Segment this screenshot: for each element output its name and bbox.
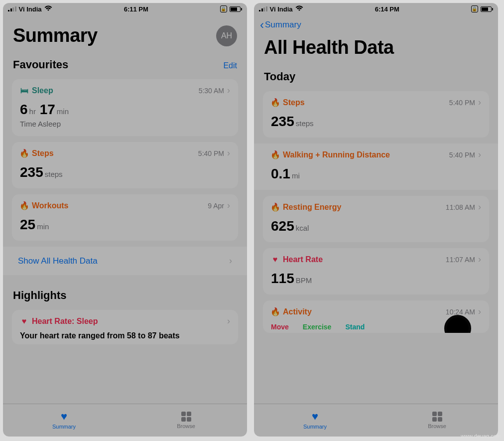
chevron-right-icon: ›: [478, 149, 481, 160]
steps-value: 235steps: [271, 114, 481, 130]
card-title-text: Steps: [283, 98, 305, 107]
card-workouts[interactable]: 🔥Workouts 9 Apr› 25min: [12, 194, 238, 241]
chevron-right-icon: ›: [478, 254, 481, 265]
flame-icon: 🔥: [271, 202, 279, 212]
heart-rate-value: 115BPM: [271, 271, 481, 287]
sleep-value: 6hr 17min: [20, 102, 230, 118]
card-heart-rate[interactable]: ♥Heart Rate 11:07 AM› 115BPM: [263, 248, 489, 294]
carrier-label: Vi India: [270, 5, 293, 13]
heart-icon: ♥: [312, 411, 318, 422]
card-time: 11:07 AM: [446, 256, 475, 264]
show-all-health-data-button[interactable]: Show All Health Data ›: [3, 247, 247, 275]
wifi-icon: [295, 5, 303, 13]
card-time: 9 Apr: [208, 202, 224, 210]
card-title-text: Workouts: [32, 201, 68, 210]
highlight-text: Your heart rate ranged from 58 to 87 bea…: [20, 331, 230, 340]
flame-icon: 🔥: [20, 148, 28, 158]
card-title-text: Heart Rate: [283, 255, 323, 264]
tab-bar: ♥ Summary Browse: [254, 404, 498, 437]
status-time: 6:11 PM: [124, 5, 148, 13]
carrier-label: Vi India: [19, 5, 42, 13]
tab-browse[interactable]: Browse: [125, 404, 247, 437]
card-resting-energy[interactable]: 🔥Resting Energy 11:08 AM› 625kcal: [263, 196, 489, 242]
activity-exercise: Exercise: [303, 323, 332, 331]
battery-icon: [481, 6, 493, 12]
back-button[interactable]: ‹ Summary: [254, 14, 498, 31]
tab-bar: ♥ Summary Browse: [3, 404, 247, 437]
chevron-right-icon: ›: [227, 148, 230, 158]
card-time: 10:24 AM: [446, 308, 475, 316]
grid-icon: [181, 412, 191, 422]
heart-icon: ♥: [20, 317, 28, 326]
status-bar: Vi India 6:11 PM 🔒: [3, 3, 247, 14]
card-steps[interactable]: 🔥Steps 5:40 PM› 235steps: [12, 142, 238, 188]
heart-icon: ♥: [271, 255, 279, 264]
card-sleep[interactable]: 🛏Sleep 5:30 AM› 6hr 17min Time Asleep: [12, 79, 238, 136]
card-title-text: Sleep: [32, 86, 53, 95]
activity-stand: Stand: [345, 323, 365, 331]
card-heart-rate-sleep[interactable]: ♥Heart Rate: Sleep › Your heart rate ran…: [12, 310, 238, 344]
grid-icon: [432, 412, 442, 422]
back-label: Summary: [265, 20, 301, 30]
chevron-right-icon: ›: [227, 316, 230, 326]
tab-summary[interactable]: ♥ Summary: [3, 404, 125, 437]
tab-label: Summary: [303, 424, 327, 430]
rotation-lock-icon: 🔒: [220, 5, 227, 12]
card-title-text: Steps: [32, 149, 54, 158]
signal-icon: [8, 6, 16, 11]
phone-right: Vi India 6:14 PM 🔒 ‹ Summary All Health …: [254, 3, 498, 437]
workouts-value: 25min: [20, 217, 230, 233]
tab-label: Summary: [52, 424, 76, 430]
card-time: 5:40 PM: [198, 149, 224, 157]
phone-left: Vi India 6:11 PM 🔒 Summary AH Favourites…: [3, 3, 247, 437]
edit-button[interactable]: Edit: [223, 61, 237, 70]
chevron-right-icon: ›: [229, 256, 232, 266]
card-title-text: Activity: [283, 307, 312, 316]
card-steps[interactable]: 🔥Steps 5:40 PM› 235steps: [263, 91, 489, 138]
heart-icon: ♥: [61, 411, 67, 422]
status-time: 6:14 PM: [375, 5, 399, 13]
bed-icon: 🛏: [20, 86, 28, 95]
card-title-text: Walking + Running Distance: [283, 150, 390, 159]
steps-value: 235steps: [20, 164, 230, 180]
card-title-text: Resting Energy: [283, 203, 341, 212]
card-time: 5:40 PM: [449, 99, 475, 107]
activity-move: Move: [271, 323, 289, 331]
flame-icon: 🔥: [20, 201, 28, 210]
tab-label: Browse: [428, 423, 446, 429]
status-bar: Vi India 6:14 PM 🔒: [254, 3, 498, 14]
card-walking-running-distance[interactable]: 🔥Walking + Running Distance 5:40 PM› 0.1…: [254, 144, 498, 190]
battery-icon: [230, 6, 242, 12]
section-highlights: Highlights: [13, 289, 67, 302]
chevron-right-icon: ›: [478, 97, 481, 108]
card-time: 5:30 AM: [199, 87, 224, 95]
card-time: 5:40 PM: [449, 151, 475, 159]
section-today: Today: [264, 70, 295, 83]
flame-icon: 🔥: [271, 150, 279, 159]
activity-ring-icon: [444, 315, 471, 333]
avatar[interactable]: AH: [216, 25, 237, 46]
page-title: Summary: [13, 25, 98, 46]
chevron-right-icon: ›: [227, 200, 230, 211]
rotation-lock-icon: 🔒: [471, 5, 478, 12]
sleep-sublabel: Time Asleep: [20, 120, 230, 128]
chevron-right-icon: ›: [227, 85, 230, 96]
show-all-label: Show All Health Data: [18, 256, 98, 266]
resting-value: 625kcal: [271, 218, 481, 234]
section-favourites: Favourites: [13, 58, 68, 71]
tab-label: Browse: [177, 423, 195, 429]
chevron-right-icon: ›: [478, 306, 481, 317]
tab-browse[interactable]: Browse: [376, 404, 498, 437]
watermark: www.deuaq.com: [461, 433, 501, 439]
chevron-left-icon: ‹: [260, 19, 264, 31]
tab-summary[interactable]: ♥ Summary: [254, 404, 376, 437]
flame-icon: 🔥: [271, 98, 279, 107]
distance-value: 0.1mi: [271, 166, 481, 182]
card-activity[interactable]: 🔥Activity 10:24 AM› Move Exercise Stand: [263, 300, 489, 333]
flame-icon: 🔥: [271, 307, 279, 316]
page-title: All Health Data: [264, 37, 394, 58]
chevron-right-icon: ›: [478, 202, 481, 212]
signal-icon: [259, 6, 267, 11]
card-time: 11:08 AM: [446, 203, 475, 211]
card-title-text: Heart Rate: Sleep: [32, 317, 98, 326]
